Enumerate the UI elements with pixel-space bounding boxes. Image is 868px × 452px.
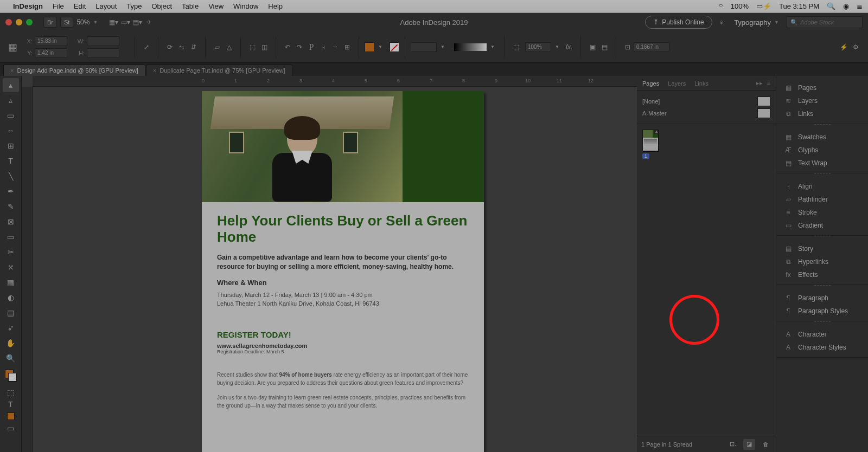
edit-page-size-button[interactable]: ⊡. (727, 439, 739, 450)
gradient-feather-tool[interactable]: ◐ (3, 290, 19, 305)
app-name[interactable]: InDesign (13, 2, 43, 10)
distribute-icon[interactable]: ⫟ (329, 41, 341, 53)
page-thumbnail[interactable]: A (642, 130, 659, 151)
close-tab-icon[interactable]: × (10, 67, 14, 74)
gradient-swatch-tool[interactable]: ▦ (3, 275, 19, 289)
menu-table[interactable]: Table (182, 2, 199, 10)
panel-hyperlinks[interactable]: ⧉Hyperlinks (776, 255, 868, 268)
chevron-down-icon[interactable]: ▼ (437, 41, 449, 53)
panel-gradient[interactable]: ▭Gradient (776, 219, 868, 232)
apply-color-icon[interactable] (3, 411, 19, 422)
close-window-button[interactable] (5, 19, 12, 25)
spotlight-icon[interactable]: 🔍 (827, 2, 835, 10)
menu-edit[interactable]: Edit (74, 2, 86, 10)
menu-view[interactable]: View (208, 2, 224, 10)
screen-mode-toggle[interactable]: ▭ (3, 423, 19, 434)
corner-options-icon[interactable]: ⬚ (510, 41, 522, 53)
stroke-weight-field[interactable] (411, 42, 437, 52)
scale-icon[interactable]: ⤢ (141, 41, 152, 53)
document-tab[interactable]: × Duplicate Page Tut.indd @ 75% [GPU Pre… (146, 64, 292, 76)
paragraph-style-p-icon[interactable]: P (305, 41, 317, 53)
tips-bulb-icon[interactable]: ♀ (719, 18, 725, 27)
hand-tool[interactable]: ✋ (3, 336, 19, 350)
panel-character[interactable]: ACharacter (776, 328, 868, 341)
stroke-style-preview[interactable] (454, 43, 487, 51)
fill-swatch[interactable] (365, 42, 374, 52)
formatting-affects-text-icon[interactable]: T (3, 399, 19, 410)
line-tool[interactable]: ╲ (3, 169, 19, 183)
pages-section[interactable]: A 1 (637, 124, 776, 436)
h-field[interactable] (87, 48, 119, 58)
document-canvas[interactable]: 0 1 2 3 4 5 6 7 8 9 10 11 12 (22, 76, 637, 452)
pencil-tool[interactable]: ✎ (3, 199, 19, 214)
undo-icon[interactable]: ↶ (282, 41, 293, 53)
rotate-angle-icon[interactable]: △ (223, 41, 235, 53)
view-options-icon[interactable]: ▦▾ (107, 16, 119, 28)
siri-icon[interactable]: ◉ (843, 2, 849, 10)
selection-tool[interactable]: ▴ (3, 78, 19, 92)
text-wrap-none-icon[interactable]: ▣ (586, 41, 598, 53)
a-master[interactable]: A-Master (642, 110, 667, 117)
minimize-window-button[interactable] (16, 19, 22, 25)
panel-menu-icon[interactable]: ≡ (767, 80, 770, 87)
w-field[interactable] (87, 36, 119, 46)
chevron-down-icon[interactable]: ▼ (374, 41, 386, 53)
panel-align[interactable]: ⫞Align (776, 180, 868, 193)
menu-file[interactable]: File (53, 2, 64, 10)
opacity-field[interactable]: 100% (525, 42, 551, 52)
panel-paragraph-styles[interactable]: ¶Paragraph Styles (776, 305, 868, 318)
close-tab-icon[interactable]: × (153, 67, 156, 74)
gpu-preview-icon[interactable]: ✈ (143, 16, 155, 28)
panel-character-styles[interactable]: ACharacter Styles (776, 341, 868, 354)
master-thumb[interactable] (757, 96, 770, 106)
page-tool[interactable]: ▭ (3, 108, 19, 122)
none-master[interactable]: [None] (642, 98, 660, 105)
panel-paragraph[interactable]: ¶Paragraph (776, 292, 868, 305)
panel-pathfinder[interactable]: ▱Pathfinder (776, 193, 868, 206)
panel-story[interactable]: ▤Story (776, 242, 868, 255)
rotate-icon[interactable]: ⟳ (164, 41, 176, 53)
adobe-stock-search[interactable]: 🔍 Adobe Stock (787, 16, 863, 28)
rectangle-frame-tool[interactable]: ⊠ (3, 215, 19, 229)
fitting-icon[interactable]: ⊡ (622, 41, 634, 53)
menu-window[interactable]: Window (233, 2, 258, 10)
scissors-tool[interactable]: ✂ (3, 245, 19, 259)
notification-center-icon[interactable]: ≣ (857, 2, 863, 10)
eyedropper-tool[interactable]: ➶ (3, 321, 19, 335)
stroke-none-swatch[interactable] (390, 42, 399, 52)
menu-help[interactable]: Help (268, 2, 283, 10)
delete-page-button[interactable]: 🗑 (760, 439, 771, 450)
bridge-button[interactable]: Br (43, 17, 57, 28)
tab-layers[interactable]: Layers (668, 80, 686, 87)
quick-apply-icon[interactable]: ⚡ (838, 41, 850, 53)
menu-object[interactable]: Object (152, 2, 173, 10)
free-transform-tool[interactable]: ⤧ (3, 260, 19, 274)
leading-field[interactable]: 0.1667 in (634, 42, 669, 52)
publish-online-button[interactable]: ⤒ Publish Online (645, 16, 712, 29)
align-icon[interactable]: ⫞ (317, 41, 329, 53)
y-field[interactable]: 1.42 in (35, 48, 67, 58)
rectangle-tool[interactable]: ▭ (3, 230, 19, 244)
panel-swatches[interactable]: ▦Swatches (776, 131, 868, 144)
panel-menu-icon[interactable]: ⚙ (850, 41, 861, 53)
menu-type[interactable]: Type (126, 2, 142, 10)
pathfinder-icon[interactable]: ⊞ (341, 41, 353, 53)
reference-point-icon[interactable]: ▦ (7, 41, 18, 53)
fill-stroke-swatch[interactable] (5, 370, 17, 382)
wifi-icon[interactable]: ⌔ (719, 2, 723, 10)
direct-selection-tool[interactable]: ▵ (3, 93, 19, 107)
workspace-selector[interactable]: Typography ▼ (734, 18, 779, 27)
panel-pages[interactable]: ▦Pages (776, 81, 868, 94)
default-fill-stroke-icon[interactable]: ⬚ (3, 387, 19, 398)
page-number-badge[interactable]: 1 (642, 153, 649, 159)
panel-layers[interactable]: ≋Layers (776, 94, 868, 107)
master-thumb[interactable] (757, 108, 770, 118)
zoom-selector[interactable]: 50% ▼ (76, 18, 98, 26)
collapse-panel-icon[interactable]: ▸▸ (756, 80, 763, 87)
select-container-icon[interactable]: ⬚ (246, 41, 258, 53)
arrange-icon[interactable]: ▤▾ (131, 16, 143, 28)
panel-effects[interactable]: fxEffects (776, 268, 868, 281)
panel-links[interactable]: ⧉Links (776, 107, 868, 120)
type-tool[interactable]: T (3, 154, 19, 168)
note-tool[interactable]: ▤ (3, 306, 19, 320)
